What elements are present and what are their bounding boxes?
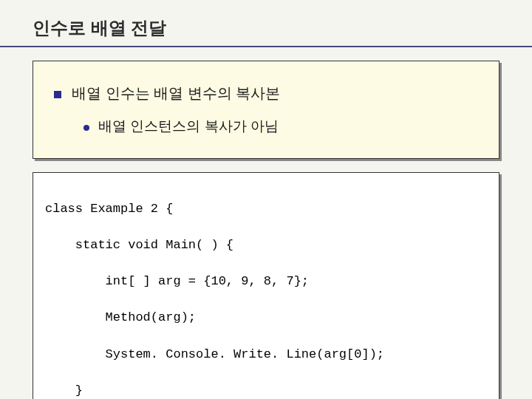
bullet-panel: 배열 인수는 배열 변수의 복사본 배열 인스턴스의 복사가 아님 — [33, 61, 499, 159]
bullet-main-text: 배열 인수는 배열 변수의 복사본 — [72, 83, 280, 103]
divider — [0, 46, 532, 47]
bullet-main-row: 배열 인수는 배열 변수의 복사본 — [54, 83, 478, 103]
code-line: class Example 2 { — [45, 202, 173, 216]
square-bullet-icon — [54, 91, 61, 98]
dot-bullet-icon — [83, 125, 89, 131]
slide-title: 인수로 배열 전달 — [0, 0, 532, 46]
code-line: } — [45, 383, 83, 398]
code-line: int[ ] arg = {10, 9, 8, 7}; — [45, 274, 309, 288]
code-line: System. Console. Write. Line(arg[0]); — [45, 347, 384, 361]
code-line: static void Main( ) { — [45, 238, 233, 252]
code-panel: class Example 2 { static void Main( ) { … — [33, 172, 499, 399]
code-line: Method(arg); — [45, 310, 196, 324]
bullet-sub-row: 배열 인스턴스의 복사가 아님 — [83, 117, 478, 136]
bullet-sub-text: 배열 인스턴스의 복사가 아님 — [98, 117, 279, 136]
